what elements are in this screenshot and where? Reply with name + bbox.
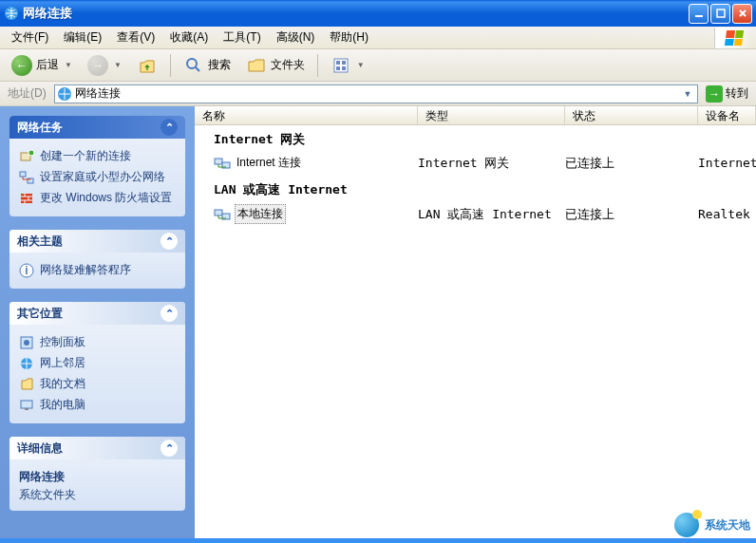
task-new-connection[interactable]: 创建一个新的连接 xyxy=(19,146,176,167)
task-label: 更改 Windows 防火墙设置 xyxy=(40,191,172,206)
tasks-panel: 网络任务 ⌃ 创建一个新的连接 设置家庭或小型办公网络 更改 Windows 防… xyxy=(9,116,185,216)
related-panel-header[interactable]: 相关主题 ⌃ xyxy=(9,230,185,253)
menu-favorites[interactable]: 收藏(A) xyxy=(162,28,216,47)
search-button[interactable]: 搜索 xyxy=(178,52,236,79)
search-icon xyxy=(183,55,204,76)
details-panel-header[interactable]: 详细信息 ⌃ xyxy=(9,437,185,459)
network-places-icon xyxy=(19,356,34,371)
globe-icon xyxy=(674,513,699,537)
menu-file[interactable]: 文件(F) xyxy=(4,28,56,47)
views-button[interactable]: ▼ xyxy=(325,52,370,79)
collapse-icon: ⌃ xyxy=(161,233,178,250)
folders-label: 文件夹 xyxy=(271,57,305,73)
column-headers: 名称 类型 状态 设备名 xyxy=(195,106,756,125)
forward-button[interactable]: → ▼ xyxy=(82,52,127,79)
task-label: 我的文档 xyxy=(40,377,85,392)
task-troubleshoot[interactable]: i 网络疑难解答程序 xyxy=(19,260,176,281)
column-type[interactable]: 类型 xyxy=(418,106,565,124)
svg-rect-22 xyxy=(215,159,222,164)
go-button[interactable]: → 转到 xyxy=(702,84,752,104)
content-area: 名称 类型 状态 设备名 Internet 网关Internet 连接Inter… xyxy=(195,106,756,538)
xp-logo-icon xyxy=(714,28,752,48)
sidebar: 网络任务 ⌃ 创建一个新的连接 设置家庭或小型办公网络 更改 Windows 防… xyxy=(0,106,195,538)
address-dropdown-button[interactable]: ▼ xyxy=(680,89,695,99)
titlebar: 网络连接 xyxy=(0,0,756,27)
item-devname: Realtek xyxy=(698,207,756,221)
menu-tools[interactable]: 工具(T) xyxy=(216,28,268,47)
separator xyxy=(317,54,318,77)
address-label: 地址(D) xyxy=(4,85,50,102)
column-name[interactable]: 名称 xyxy=(195,106,418,124)
connection-item[interactable]: 本地连接LAN 或高速 Internet已连接上Realtek xyxy=(195,200,756,228)
place-control-panel[interactable]: 控制面板 xyxy=(19,332,176,353)
svg-rect-7 xyxy=(336,66,340,70)
folder-up-icon xyxy=(137,55,158,76)
menubar: 文件(F) 编辑(E) 查看(V) 收藏(A) 工具(T) 高级(N) 帮助(H… xyxy=(0,27,756,49)
svg-rect-8 xyxy=(342,66,346,70)
addressbar: 地址(D) 网络连接 ▼ → 转到 xyxy=(0,82,756,106)
panel-title: 其它位置 xyxy=(17,306,63,322)
menu-view[interactable]: 查看(V) xyxy=(109,28,162,47)
task-setup-network[interactable]: 设置家庭或小型办公网络 xyxy=(19,167,176,188)
task-label: 我的电脑 xyxy=(40,398,85,413)
task-label: 创建一个新的连接 xyxy=(40,149,131,164)
otherplaces-panel: 其它位置 ⌃ 控制面板 网上邻居 我的文档 我的电脑 xyxy=(9,302,185,423)
network-setup-icon xyxy=(19,170,34,185)
group-header: LAN 或高速 Internet xyxy=(195,176,756,200)
up-button[interactable] xyxy=(131,52,163,79)
place-network-neighborhood[interactable]: 网上邻居 xyxy=(19,353,176,374)
item-name: Internet 连接 xyxy=(235,154,303,172)
collapse-icon: ⌃ xyxy=(161,119,178,136)
separator xyxy=(170,54,171,77)
forward-icon: → xyxy=(87,55,108,76)
svg-rect-14 xyxy=(21,194,32,203)
otherplaces-panel-header[interactable]: 其它位置 ⌃ xyxy=(9,302,185,325)
address-combo[interactable]: 网络连接 ▼ xyxy=(54,84,698,103)
panel-title: 相关主题 xyxy=(17,234,63,250)
body-area: 网络任务 ⌃ 创建一个新的连接 设置家庭或小型办公网络 更改 Windows 防… xyxy=(0,106,756,538)
window-title: 网络连接 xyxy=(23,5,687,22)
menu-help[interactable]: 帮助(H) xyxy=(322,28,376,47)
close-button[interactable] xyxy=(732,4,752,24)
task-firewall[interactable]: 更改 Windows 防火墙设置 xyxy=(19,188,176,209)
help-icon: i xyxy=(19,263,34,278)
minimize-button[interactable] xyxy=(689,4,709,24)
svg-rect-2 xyxy=(717,9,725,17)
menu-advanced[interactable]: 高级(N) xyxy=(269,28,323,47)
back-button[interactable]: ← 后退 ▼ xyxy=(6,52,78,79)
details-name: 网络连接 xyxy=(19,467,176,487)
svg-point-18 xyxy=(24,340,29,346)
connection-item[interactable]: Internet 连接Internet 网关已连接上Internet xyxy=(195,150,756,176)
svg-rect-5 xyxy=(336,61,340,65)
column-status[interactable]: 状态 xyxy=(565,106,698,124)
svg-rect-20 xyxy=(21,401,32,408)
details-type: 系统文件夹 xyxy=(19,487,176,503)
task-label: 网上邻居 xyxy=(40,356,85,371)
svg-point-3 xyxy=(187,59,197,68)
folders-button[interactable]: 文件夹 xyxy=(240,52,311,79)
place-my-documents[interactable]: 我的文档 xyxy=(19,374,176,395)
collapse-icon: ⌃ xyxy=(161,440,178,457)
panel-title: 详细信息 xyxy=(17,440,63,457)
related-panel: 相关主题 ⌃ i 网络疑难解答程序 xyxy=(9,230,185,289)
svg-rect-24 xyxy=(215,210,222,215)
svg-rect-12 xyxy=(20,172,26,177)
window-icon xyxy=(4,6,19,21)
address-icon xyxy=(57,86,72,102)
chevron-down-icon: ▼ xyxy=(357,61,365,69)
watermark-text: 系统天地 xyxy=(705,517,750,534)
svg-rect-6 xyxy=(342,61,346,65)
connection-icon xyxy=(214,156,231,171)
svg-text:i: i xyxy=(25,264,28,277)
place-my-computer[interactable]: 我的电脑 xyxy=(19,395,176,416)
panel-title: 网络任务 xyxy=(17,120,63,136)
menu-edit[interactable]: 编辑(E) xyxy=(56,28,109,47)
tasks-panel-header[interactable]: 网络任务 ⌃ xyxy=(9,116,185,139)
group-header: Internet 网关 xyxy=(195,125,756,150)
maximize-button[interactable] xyxy=(710,4,730,24)
toolbar: ← 后退 ▼ → ▼ 搜索 文件夹 ▼ xyxy=(0,49,756,82)
svg-point-11 xyxy=(28,150,34,156)
item-devname: Internet xyxy=(698,156,756,170)
column-devname[interactable]: 设备名 xyxy=(698,106,756,124)
svg-rect-21 xyxy=(25,408,28,410)
